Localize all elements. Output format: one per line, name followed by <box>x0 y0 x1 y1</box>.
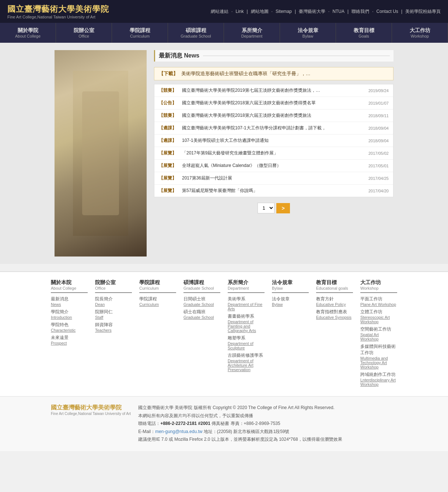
footer-graduate-title-cn: 碩博課程 <box>183 279 220 286</box>
bottom-logo: 國立臺灣藝術大學美術學院 Fine Art College,National T… <box>51 404 131 416</box>
news-row: 【展覽】 2017第36屆新一代設計展 2017/04/25 <box>154 172 393 185</box>
news-date-2: 2018/09/11 <box>368 114 389 118</box>
footer-link-multi-cn: 多媒體與科技藝術工作坊 <box>360 343 397 356</box>
header-link-link[interactable]: Link <box>235 9 244 14</box>
nav-bylaw-en: Bylaw <box>282 34 334 38</box>
news-tag-1: 【公告】 <box>159 100 179 106</box>
bottom-info: 國立臺灣藝術大學 美術學院 版權所有 Copyright © 2020 The … <box>138 404 397 444</box>
nav-dept-cn: 系所簡介 <box>226 27 278 34</box>
footer-link-teachers-en[interactable]: Teachers <box>95 328 132 332</box>
nav-goals-en: Goals <box>338 34 390 38</box>
header-link-contact-us[interactable]: Contact Us <box>377 9 398 14</box>
pagination: 1 2 3 > <box>154 203 393 213</box>
footer-office-title-en: Office <box>95 286 132 293</box>
footer-link-bylaw-en[interactable]: Bylaw <box>272 302 309 307</box>
news-date-8: 2017/04/20 <box>368 189 389 193</box>
footer-link-char-en[interactable]: Characteristic <box>51 328 88 332</box>
news-tag-3: 【遴課】 <box>159 125 179 131</box>
footer-link-synopsis-cn: 教育指標對應表 <box>316 309 353 315</box>
footer-link-inter-cn: 跨域統創作工作坊 <box>360 371 397 378</box>
footer-workshop-title-cn: 大工作坊 <box>360 279 397 286</box>
header-link-site[interactable]: 網站連結 <box>211 8 228 15</box>
news-link-7[interactable]: 2017第36屆新一代設計展 <box>182 175 365 181</box>
footer-link-day-en[interactable]: Graduate School <box>183 302 220 307</box>
footer-link-inter-en[interactable]: Lnterdisciplinary Art Workshop <box>360 378 397 387</box>
header-links: 網站連結 · Link | 網站地圖 · Sitemap | 臺灣藝術大學 · … <box>211 8 441 15</box>
nav-about-college[interactable]: 關於學院 About College <box>0 23 56 43</box>
footer-link-synopsis-en[interactable]: Educative Synopsis <box>316 315 353 320</box>
news-link-3[interactable]: 國立臺灣藝術大學美術學院107-1大工作坊學分課程申請計劃書，請下載， <box>182 125 365 131</box>
header-link-fanpage[interactable]: 美術學院粉絲專頁 <box>405 8 441 15</box>
main-content: 最新消息 News 【下載】 美術學院造形藝術碩士班暨碩士在職專班「研究生手冊」… <box>51 46 397 260</box>
page-select[interactable]: 1 2 3 <box>258 203 274 213</box>
footer-link-sculpture-en[interactable]: Department of Sculpture <box>228 341 265 350</box>
footer-office-title-cn: 院辦公室 <box>95 279 132 286</box>
news-link-4[interactable]: 107-1美術學院碩士班大工作坊遴課申請通知 <box>182 137 365 144</box>
footer-link-teachers-cn: 師資陣容 <box>95 322 132 328</box>
footer-col-goals: 教育目標 Educational goals 教育方針 Educative Po… <box>316 279 353 389</box>
footer-bylaw-title-cn: 法令規章 <box>272 279 309 286</box>
header-link-contact-cn[interactable]: 聯絡我們 <box>351 8 369 15</box>
nav-bylaw[interactable]: 法令規章 Bylaw <box>280 23 336 43</box>
nav-office[interactable]: 院辦公室 Office <box>56 23 112 43</box>
news-section: 最新消息 News 【下載】 美術學院造形藝術碩士班暨碩士在職專班「研究生手冊」… <box>154 50 393 257</box>
page-next-button[interactable]: > <box>276 203 290 213</box>
footer-link-plane-en[interactable]: Plane Art Workshop <box>360 302 397 307</box>
header-link-ntua-cn[interactable]: 臺灣藝術大學 <box>299 8 325 15</box>
footer-link-prospect-en[interactable]: Prospect <box>51 341 88 345</box>
news-date-0: 2019/09/24 <box>368 88 389 93</box>
bottom-footer: 國立臺灣藝術大學美術學院 Fine Art College,National T… <box>0 396 448 451</box>
no-copy-text: 本網站所有內容及圖片均不得以任何型式，予以重製或傳播 <box>138 412 397 420</box>
nav-department[interactable]: 系所簡介 Department <box>224 23 280 43</box>
news-link-6[interactable]: 全球超寵人氣《Miniature Calendar》（微型日曆） <box>182 163 365 169</box>
news-featured-link[interactable]: 【下載】 美術學院造形藝術碩士班暨碩士在職專班「研究生手冊」，… <box>159 71 311 76</box>
footer-link-stereo-cn: 立體工作坊 <box>360 309 397 315</box>
nav-curriculum[interactable]: 學院課程 Curriculum <box>112 23 168 43</box>
footer-link-sculpture-cn: 雕塑學系 <box>228 335 265 341</box>
nav-about-en: About College <box>2 34 54 38</box>
footer-link-finearts-en[interactable]: Department of Fine Arts <box>228 302 265 311</box>
footer-link-policy-en[interactable]: Educative Policy <box>316 302 353 307</box>
news-link-8[interactable]: 第57屆威尼斯雙年展臺灣館「你說嗎」 <box>182 188 365 194</box>
footer-link-painting-en[interactable]: Department of Painting and Calligraphy A… <box>228 320 265 333</box>
nav-graduate-en: Graduate School <box>170 34 222 38</box>
logo-area: 國立臺灣藝術大學美術學院 Fine Art College,National T… <box>7 4 109 19</box>
news-link-0[interactable]: 國立臺灣藝術大學美術學院2019第七屆王淡靜文藝術創作獎獎旅法，… <box>182 87 365 94</box>
footer-link-spatial-en[interactable]: Spatial Art Workshop <box>360 332 397 341</box>
site-header: 國立臺灣藝術大學美術學院 Fine Art College,National T… <box>0 0 448 23</box>
nav-graduate[interactable]: 碩班課程 Graduate School <box>168 23 224 43</box>
footer-link-dean-cn: 院長簡介 <box>95 296 132 302</box>
footer-link-staff-en[interactable]: Staff <box>95 315 132 320</box>
footer-graduate-title-en: Graduate School <box>183 286 220 293</box>
footer-link-bylaw-cn: 法令規章 <box>272 296 309 302</box>
footer-goals-title-en: Educational goals <box>316 286 353 293</box>
copyright-text: 國立臺灣藝術大學 美術學院 版權所有 Copyright © 2020 The … <box>138 404 397 412</box>
footer-link-arch-en[interactable]: Department of Architeture Art Preservati… <box>228 359 265 372</box>
news-link-2[interactable]: 國立臺灣藝術大學美術學院2018第六屆王淡靜文藝術創作獎獎旅法 <box>182 112 365 119</box>
footer-link-plane-cn: 平面工作坊 <box>360 296 397 302</box>
news-date-6: 2017/05/01 <box>368 164 389 168</box>
footer-link-multi-en[interactable]: Multimedia and Technology Art Workshop <box>360 356 397 369</box>
logo-title-cn: 國立臺灣藝術大學美術學院 <box>7 4 109 15</box>
nav-workshop[interactable]: 大工作坊 Workshop <box>392 23 448 43</box>
header-link-sitemap-cn[interactable]: 網站地圖 <box>251 8 269 15</box>
footer-link-news-en[interactable]: News <box>51 302 88 307</box>
news-link-1[interactable]: 國立臺灣藝術大學美術學院2018第六屆王淡靜文藝術創作獎得獎名單 <box>182 100 365 106</box>
footer-link-curriculum-en[interactable]: Curriculum <box>139 302 176 307</box>
footer-link-intro-en[interactable]: Introduction <box>51 315 88 320</box>
header-link-sitemap-en[interactable]: Sitemap <box>276 9 292 14</box>
news-date-5: 2017/05/02 <box>368 151 389 156</box>
nav-bylaw-cn: 法令規章 <box>282 27 334 34</box>
news-tag-4: 【遴課】 <box>159 137 179 144</box>
email-link[interactable]: men-gung@ntua.edu.tw <box>155 429 202 434</box>
footer-link-stereo-en[interactable]: Stereoscopic Art Workshop <box>360 315 397 324</box>
news-row: 【遴課】 107-1美術學院碩士班大工作坊遴課申請通知 2018/09/04 <box>154 135 393 147</box>
header-link-ntua-en[interactable]: NTUA <box>332 9 344 14</box>
nav-goals[interactable]: 教育目標 Goals <box>336 23 392 43</box>
phone-number: +886-2-2272-2181 #2001 <box>160 421 210 426</box>
news-link-5[interactable]: 「2017年第9屆大藝發研究生繪畫暨立體創作展」 <box>182 150 365 156</box>
news-row: 【遴課】 國立臺灣藝術大學美術學院107-1大工作坊學分課程申請計劃書，請下載，… <box>154 122 393 135</box>
footer-link-inservice-en[interactable]: Graduate School <box>183 315 220 320</box>
footer-link-dean-en[interactable]: Dean <box>95 302 132 307</box>
phone-link[interactable]: +886-2-2272-2181 #2001 <box>160 421 210 426</box>
